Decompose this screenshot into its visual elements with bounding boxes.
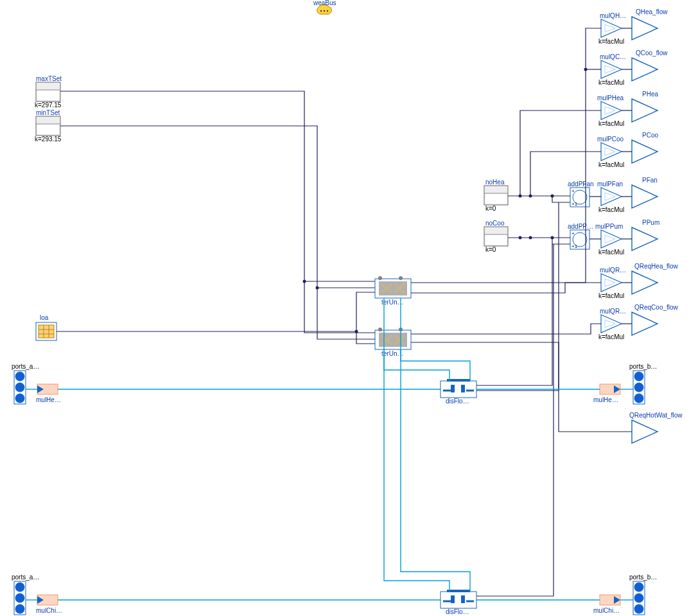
gain-phea-k: k=facMul: [598, 120, 624, 127]
svg-point-56: [15, 394, 24, 403]
addpfan-label: addPFan: [568, 180, 594, 188]
svg-text:+: +: [571, 231, 575, 236]
svg-rect-41: [441, 592, 476, 608]
svg-rect-44: [447, 590, 470, 592]
out-qrhea-label: QReqHea_flow: [634, 263, 679, 270]
out-qhea[interactable]: [632, 17, 658, 40]
svg-point-28: [399, 276, 403, 280]
mulheawatout-label: mulHe…: [593, 396, 618, 403]
svg-point-73: [355, 330, 358, 333]
ports-a-chiwat-label: ports_a…: [12, 574, 39, 581]
svg-point-59: [634, 372, 643, 381]
gain-qcoo[interactable]: [601, 60, 622, 78]
svg-text:+: +: [571, 188, 575, 194]
gain-qrcoo-k: k=facMul: [598, 333, 624, 340]
ports-b-heawat[interactable]: [633, 371, 645, 404]
svg-point-60: [634, 383, 643, 392]
out-qrcoo[interactable]: [632, 312, 658, 335]
terun-coo-label: terUn…: [381, 350, 403, 357]
mulchiwatin-label: mulChi…: [36, 607, 62, 614]
gain-qhea-label: mulQH…: [600, 12, 626, 19]
terun-coo[interactable]: [375, 328, 411, 349]
svg-rect-7: [37, 124, 59, 134]
svg-rect-37: [441, 381, 476, 398]
ports-a-chiwat[interactable]: [14, 581, 26, 615]
mulchiwatin[interactable]: [37, 595, 58, 605]
svg-rect-30: [379, 333, 407, 347]
terun-hea[interactable]: [375, 276, 411, 298]
out-phea-label: PHea: [642, 91, 658, 98]
addpfan[interactable]: + +1: [570, 188, 589, 207]
svg-rect-19: [485, 234, 507, 245]
out-phea[interactable]: [632, 99, 658, 122]
out-ppum-label: PPum: [642, 219, 659, 226]
out-qcoo-label: QCoo_flow: [636, 49, 668, 57]
loa-label: loa: [40, 314, 49, 321]
gain-pfan[interactable]: [601, 188, 622, 206]
out-pfan-label: PFan: [642, 177, 658, 184]
disflo-coo[interactable]: [441, 590, 476, 608]
out-qrhea[interactable]: [632, 271, 658, 294]
nocoo-block[interactable]: [484, 227, 508, 246]
nohea-label: noHea: [485, 179, 505, 186]
disflo-hea-label: disFlo…: [446, 398, 469, 405]
addpp[interactable]: + +1: [570, 230, 589, 249]
gain-pcoo-k: k=facMul: [598, 161, 624, 168]
out-pfan[interactable]: [632, 185, 658, 208]
svg-rect-16: [485, 193, 507, 204]
svg-point-1: [324, 10, 325, 12]
maxtset-label: maxTSet: [36, 75, 62, 82]
svg-rect-38: [451, 385, 455, 392]
gain-pcoo[interactable]: [601, 143, 622, 161]
nohea-k: k=0: [485, 205, 496, 212]
out-ppum[interactable]: [632, 227, 658, 251]
svg-rect-4: [37, 90, 59, 100]
ports-b-chiwat[interactable]: [633, 581, 645, 615]
nohea-block[interactable]: [484, 186, 508, 205]
ports-a-heawat-label: ports_a…: [12, 363, 39, 370]
gain-qrhea-k: k=facMul: [598, 292, 624, 299]
mintset-block[interactable]: [36, 116, 60, 136]
gain-qrhea[interactable]: [601, 274, 622, 292]
mulchiwatout[interactable]: [600, 595, 620, 605]
svg-point-74: [303, 280, 306, 283]
svg-text:+1: +1: [571, 201, 578, 207]
ports-a-heawat[interactable]: [14, 371, 26, 404]
gain-ppum[interactable]: [601, 230, 622, 248]
weabus-label: weaBus: [313, 0, 336, 6]
mulheawatout[interactable]: [600, 384, 620, 394]
disflo-coo-label: disFlo…: [446, 608, 469, 615]
mulheawatin[interactable]: [37, 384, 58, 394]
gain-qcoo-label: mulQC…: [600, 53, 626, 60]
out-qcoo[interactable]: [632, 58, 658, 81]
mulheawatin-label: mulHe…: [36, 396, 61, 403]
gain-qhea[interactable]: [601, 19, 622, 37]
svg-point-55: [15, 383, 24, 392]
svg-point-0: [320, 10, 322, 12]
svg-point-61: [634, 394, 643, 403]
svg-point-27: [378, 276, 382, 280]
disflo-hea[interactable]: [441, 379, 476, 398]
loa-block[interactable]: [36, 322, 57, 340]
svg-point-75: [316, 286, 319, 290]
gain-qrcoo-label: mulQR…: [600, 308, 626, 315]
out-qrcoo-label: QReqCoo_flow: [634, 304, 679, 311]
svg-rect-40: [447, 379, 470, 382]
nocoo-label: noCoo: [485, 220, 505, 227]
gain-phea[interactable]: [601, 101, 622, 119]
gain-ppum-label: mulPPum: [595, 223, 623, 230]
gain-qrhea-label: mulQR…: [600, 267, 626, 274]
svg-rect-43: [461, 595, 465, 603]
maxtset-block[interactable]: [36, 82, 60, 101]
svg-point-66: [15, 604, 24, 613]
gain-phea-label: mulPHea: [597, 94, 624, 101]
gain-pfan-label: mulPFan: [597, 180, 623, 188]
gain-qrcoo[interactable]: [601, 315, 622, 333]
svg-rect-39: [461, 385, 465, 392]
out-pcoo[interactable]: [632, 140, 658, 163]
out-pcoo-label: PCoo: [642, 132, 658, 139]
svg-point-70: [634, 594, 643, 603]
ports-b-chiwat-label: ports_b…: [629, 574, 657, 581]
svg-point-54: [15, 372, 24, 381]
out-qreqhotwat[interactable]: [632, 420, 658, 443]
